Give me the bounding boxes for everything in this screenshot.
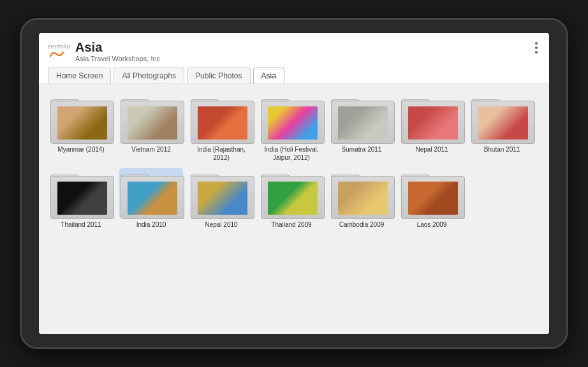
folder-icon-wrapper xyxy=(470,93,534,143)
folder-icon-wrapper xyxy=(400,93,464,143)
menu-dot-2 xyxy=(535,47,538,49)
folder-name: Thailand 2009 xyxy=(271,220,311,229)
folder-thumbnail-bg xyxy=(198,182,247,215)
folder-thumbnail xyxy=(408,182,458,215)
folder-shape xyxy=(191,169,254,219)
folder-icon-wrapper xyxy=(49,168,113,218)
folder-body xyxy=(191,176,254,219)
zenfolio-text: zenfolio xyxy=(48,43,70,50)
folder-name: Nepal 2010 xyxy=(205,220,237,229)
folder-shape xyxy=(121,94,184,144)
device-screen: zenfolio Asia Asia Travel Workshops, Inc xyxy=(39,33,549,334)
folder-name: Nepal 2011 xyxy=(415,145,448,154)
folder-thumbnail-bg xyxy=(408,106,458,140)
folder-thumbnail-bg xyxy=(338,106,388,140)
tab-home-screen[interactable]: Home Screen xyxy=(48,68,111,83)
page-title: Asia xyxy=(75,40,160,55)
folder-body xyxy=(471,101,535,144)
folder-icon-wrapper xyxy=(330,93,393,143)
menu-dot-3 xyxy=(535,51,538,54)
menu-dot-1 xyxy=(535,42,538,45)
folder-shape xyxy=(331,169,395,219)
folder-thumbnail xyxy=(478,106,528,140)
more-menu-button[interactable] xyxy=(533,40,540,56)
folder-thumbnail-bg xyxy=(128,106,177,140)
folder-body xyxy=(261,176,325,219)
folder-thumbnail xyxy=(338,106,388,140)
folder-body xyxy=(121,176,184,219)
folder-body xyxy=(191,101,254,144)
folder-icon-wrapper xyxy=(260,168,323,218)
folder-item-nepal-2011[interactable]: Nepal 2011 xyxy=(400,93,464,162)
folder-item-thailand-2011[interactable]: Thailand 2011 xyxy=(49,168,113,229)
folder-icon-wrapper xyxy=(189,93,253,143)
folder-thumbnail xyxy=(268,182,318,215)
page-subtitle: Asia Travel Workshops, Inc xyxy=(75,55,160,62)
folder-item-nepal-2010[interactable]: Nepal 2010 xyxy=(189,168,253,229)
folder-body xyxy=(50,176,114,219)
folder-thumbnail-bg xyxy=(338,182,388,215)
folder-thumbnail xyxy=(198,106,247,140)
folder-thumbnail xyxy=(57,182,107,215)
folder-name: Vietnam 2012 xyxy=(131,145,171,154)
folder-shape xyxy=(261,169,325,219)
folders-grid: Myanmar (2014) Vietnam 2012 xyxy=(49,93,539,229)
folder-shape xyxy=(50,169,114,219)
device-frame: zenfolio Asia Asia Travel Workshops, Inc xyxy=(20,18,568,349)
folder-body xyxy=(50,101,114,144)
folder-name: Sumatra 2011 xyxy=(342,145,382,154)
folder-thumbnail xyxy=(128,182,177,215)
content-area: Myanmar (2014) Vietnam 2012 xyxy=(39,84,549,334)
folder-thumbnail xyxy=(198,182,247,215)
folder-item-india-holi[interactable]: India (Holi Festival, Jaipur, 2012) xyxy=(260,93,323,162)
header-left: zenfolio Asia Asia Travel Workshops, Inc xyxy=(48,40,160,62)
folder-name: Bhutan 2011 xyxy=(484,145,520,154)
folder-item-myanmar[interactable]: Myanmar (2014) xyxy=(49,93,113,162)
folder-icon-wrapper xyxy=(330,168,393,218)
folder-body xyxy=(331,176,395,219)
folder-name: India (Holi Festival, Jaipur, 2012) xyxy=(260,145,323,162)
folder-icon-wrapper xyxy=(119,168,183,218)
folder-item-cambodia[interactable]: Cambodia 2009 xyxy=(330,168,393,229)
folder-icon-wrapper xyxy=(260,93,323,143)
folder-name: Cambodia 2009 xyxy=(339,220,385,229)
folder-body xyxy=(261,101,325,144)
title-block: Asia Asia Travel Workshops, Inc xyxy=(75,40,160,62)
folder-thumbnail-bg xyxy=(268,106,318,140)
tab-asia[interactable]: Asia xyxy=(253,68,284,83)
folder-item-india-raj[interactable]: India (Rajasthan, 2012) xyxy=(189,93,253,162)
folder-thumbnail-bg xyxy=(57,106,107,140)
folder-thumbnail xyxy=(338,182,388,215)
tab-all-photographs[interactable]: All Photographs xyxy=(114,68,184,83)
folder-shape xyxy=(401,94,465,144)
folder-item-thailand-2009[interactable]: Thailand 2009 xyxy=(260,168,323,229)
folder-item-laos[interactable]: Laos 2009 xyxy=(400,168,464,229)
folder-thumbnail-bg xyxy=(478,106,528,140)
folder-thumbnail xyxy=(268,106,318,140)
folder-item-bhutan[interactable]: Bhutan 2011 xyxy=(470,93,534,162)
folder-icon-wrapper xyxy=(49,93,113,143)
folder-item-india-2010[interactable]: India 2010 xyxy=(119,168,183,229)
folder-body xyxy=(401,176,465,219)
folder-shape xyxy=(50,94,114,144)
folder-icon-wrapper xyxy=(189,168,253,218)
folder-name: Myanmar (2014) xyxy=(57,145,104,154)
folder-thumbnail xyxy=(408,106,458,140)
folder-thumbnail-bg xyxy=(408,182,458,215)
folder-shape xyxy=(331,94,395,144)
folder-icon-wrapper xyxy=(400,168,464,218)
folder-thumbnail-bg xyxy=(198,106,247,140)
folder-name: India (Rajasthan, 2012) xyxy=(189,145,253,162)
folder-shape xyxy=(191,94,254,144)
tab-public-photos[interactable]: Public Photos xyxy=(187,68,250,83)
folder-thumbnail-bg xyxy=(268,182,318,215)
folder-thumbnail xyxy=(57,106,107,140)
header: zenfolio Asia Asia Travel Workshops, Inc xyxy=(39,33,549,84)
folder-item-vietnam[interactable]: Vietnam 2012 xyxy=(119,93,183,162)
folder-thumbnail-bg xyxy=(128,182,177,215)
folder-icon-wrapper xyxy=(119,93,183,143)
folder-shape xyxy=(261,94,325,144)
folder-thumbnail-bg xyxy=(57,182,107,215)
folder-name: Laos 2009 xyxy=(417,220,447,229)
folder-item-sumatra[interactable]: Sumatra 2011 xyxy=(330,93,393,162)
